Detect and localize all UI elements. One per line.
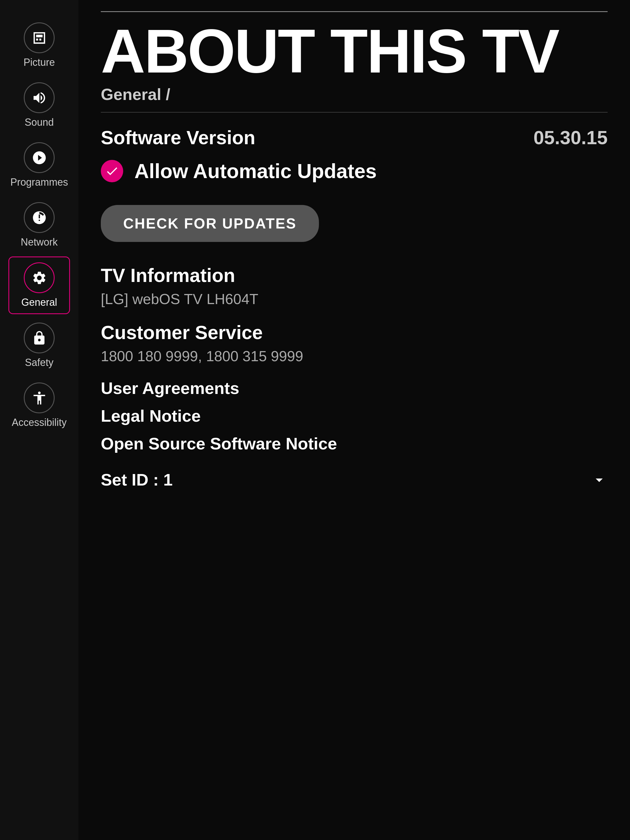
safety-icon-circle (24, 322, 55, 354)
customer-service-section: Customer Service 1800 180 9999, 1800 315… (101, 321, 608, 379)
auto-update-row[interactable]: Allow Automatic Updates (101, 159, 608, 183)
checkmark-icon (105, 164, 119, 178)
programmes-icon-circle (24, 142, 55, 173)
sidebar-item-safety[interactable]: Safety (8, 317, 70, 374)
svg-point-0 (38, 35, 40, 37)
sound-icon-circle (24, 82, 55, 113)
check-for-updates-button[interactable]: CHECK FOR UPDATES (101, 205, 319, 242)
software-version-label: Software Version (101, 126, 255, 148)
sidebar: Picture Sound Programmes Network (0, 0, 78, 840)
sidebar-label-programmes: Programmes (10, 177, 68, 188)
sidebar-label-safety: Safety (25, 357, 54, 368)
sidebar-item-programmes[interactable]: Programmes (8, 137, 70, 194)
accessibility-icon-circle (24, 382, 55, 413)
set-id-row: Set ID : 1 (101, 470, 608, 489)
chevron-down-icon (591, 472, 608, 488)
sidebar-label-sound: Sound (25, 117, 54, 128)
accessibility-icon (32, 390, 47, 406)
software-version-value: 05.30.15 (534, 126, 608, 148)
tv-info-value: [LG] webOS TV LH604T (101, 291, 608, 308)
tv-info-section: TV Information [LG] webOS TV LH604T (101, 264, 608, 321)
programmes-icon (32, 150, 47, 166)
sidebar-label-picture: Picture (24, 57, 55, 68)
user-agreements-item[interactable]: User Agreements (101, 379, 608, 398)
breadcrumb: General / (101, 85, 608, 104)
sidebar-item-picture[interactable]: Picture (8, 17, 70, 74)
sidebar-label-general: General (21, 297, 57, 308)
set-id-label: Set ID : 1 (101, 470, 173, 489)
network-icon-circle (24, 202, 55, 233)
section-divider (101, 112, 608, 112)
sidebar-item-network[interactable]: Network (8, 197, 70, 254)
general-icon (32, 270, 47, 286)
legal-notice-item[interactable]: Legal Notice (101, 406, 608, 426)
sidebar-label-accessibility: Accessibility (12, 417, 66, 428)
network-icon (32, 210, 47, 226)
general-icon-circle (24, 262, 55, 293)
sidebar-label-network: Network (21, 236, 58, 248)
main-content: ABOUT THIS TV General / Software Version… (78, 0, 630, 840)
customer-service-value: 1800 180 9999, 1800 315 9999 (101, 348, 608, 365)
top-divider (101, 11, 608, 12)
picture-icon-circle (24, 22, 55, 53)
customer-service-title: Customer Service (101, 321, 608, 343)
picture-icon (32, 30, 47, 46)
tv-info-row: TV Information (101, 264, 608, 286)
safety-icon (32, 330, 47, 346)
tv-info-title: TV Information (101, 264, 608, 286)
software-version-row: Software Version 05.30.15 (101, 126, 608, 148)
sound-icon (32, 90, 47, 106)
open-source-notice-item[interactable]: Open Source Software Notice (101, 434, 608, 453)
sidebar-item-accessibility[interactable]: Accessibility (8, 377, 70, 434)
sidebar-item-sound[interactable]: Sound (8, 77, 70, 134)
auto-update-label: Allow Automatic Updates (134, 159, 377, 183)
page-title: ABOUT THIS TV (101, 21, 608, 82)
sidebar-item-general[interactable]: General (8, 256, 70, 314)
auto-update-checkbox[interactable] (101, 160, 123, 182)
